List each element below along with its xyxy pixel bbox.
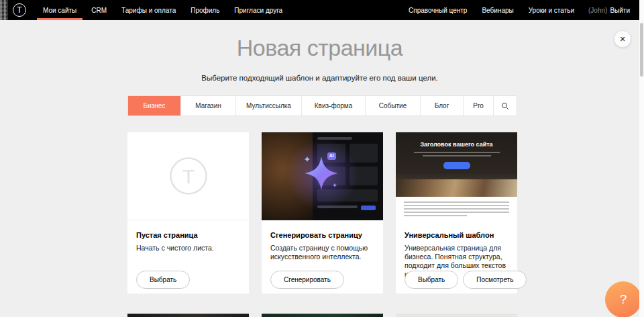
user-logout[interactable]: (John) Выйти xyxy=(582,0,637,20)
tilda-logo-letter: T xyxy=(17,5,21,15)
card-title: Пустая страница xyxy=(136,231,240,239)
ai-sparkle-icon xyxy=(303,155,339,191)
logout-link[interactable]: Выйти xyxy=(610,7,630,14)
page-subtitle: Выберите подходящий шаблон и адаптируйте… xyxy=(0,74,639,82)
main-nav: Мои сайты CRM Тарифы и оплата Профиль Пр… xyxy=(36,0,290,20)
ai-template-preview[interactable]: AI xyxy=(262,132,383,220)
preview-cta-button xyxy=(443,162,470,169)
view-button[interactable]: Посмотреть xyxy=(463,271,527,289)
search-icon xyxy=(501,102,509,110)
template-card-partial[interactable] xyxy=(127,314,249,317)
tab-multilink[interactable]: Мультиссылка xyxy=(235,96,301,116)
nav-invite-friend[interactable]: Пригласи друга xyxy=(227,0,290,20)
scrollbar-thumb[interactable] xyxy=(640,23,643,77)
user-name: (John) xyxy=(588,7,607,14)
card-actions: Выбрать xyxy=(136,271,190,289)
ai-badge: AI xyxy=(327,152,336,160)
tab-event[interactable]: Событие xyxy=(365,96,420,116)
tab-business[interactable]: Бизнес xyxy=(128,96,180,116)
close-button[interactable]: ✕ xyxy=(614,30,631,48)
card-actions: Выбрать Посмотреть xyxy=(405,271,527,289)
tab-pro[interactable]: Pro xyxy=(463,96,493,116)
tab-store[interactable]: Магазин xyxy=(180,96,235,116)
nav-profile[interactable]: Профиль xyxy=(183,0,227,20)
generate-button[interactable]: Сгенерировать xyxy=(270,271,344,289)
svg-text:T: T xyxy=(182,165,194,187)
card-body: Сгенерировать страницу Создать страницу … xyxy=(262,220,383,261)
preview-text-line xyxy=(423,155,491,156)
preview-text-line xyxy=(404,215,467,216)
card-title: Универсальный шаблон xyxy=(405,231,508,239)
card-title: Сгенерировать страницу xyxy=(270,231,374,239)
card-description: Создать страницу с помощью искусственног… xyxy=(270,244,374,261)
header-texture xyxy=(0,0,7,20)
template-category-tabs: Бизнес Магазин Мультиссылка Квиз-форма С… xyxy=(127,95,517,116)
universal-template-preview[interactable]: Заголовок вашего сайта xyxy=(396,132,517,220)
tilda-watermark-icon: T xyxy=(169,156,208,195)
template-card-blank: T Пустая страница Начать с чистого листа… xyxy=(127,132,249,293)
preview-text-line xyxy=(404,201,509,203)
nav-help-center[interactable]: Справочный центр xyxy=(401,0,474,20)
nav-my-sites[interactable]: Мои сайты xyxy=(36,0,84,20)
preview-text-line xyxy=(404,205,509,206)
template-card-partial[interactable] xyxy=(396,314,517,317)
card-body: Пустая страница Начать с чистого листа. xyxy=(127,220,249,253)
preview-text-line xyxy=(404,212,509,213)
close-icon: ✕ xyxy=(619,35,625,44)
card-actions: Сгенерировать xyxy=(270,271,344,289)
page-title: Новая страница xyxy=(0,35,639,61)
preview-hero-section: Заголовок вашего сайта xyxy=(396,132,517,179)
nav-crm[interactable]: CRM xyxy=(84,0,114,20)
nav-webinars[interactable]: Вебинары xyxy=(474,0,521,20)
preview-photo xyxy=(396,179,517,197)
card-description: Начать с чистого листа. xyxy=(136,244,240,253)
top-navigation-bar: T Мои сайты CRM Тарифы и оплата Профиль … xyxy=(0,0,639,20)
template-card-universal: Заголовок вашего сайта Универсальный шаб… xyxy=(396,132,517,293)
preview-text-section xyxy=(396,197,517,220)
help-icon: ? xyxy=(620,292,627,307)
blank-template-preview[interactable]: T xyxy=(127,132,249,220)
preview-heading: Заголовок вашего сайта xyxy=(396,132,517,148)
preview-text-line xyxy=(404,208,509,210)
card-body: Универсальный шаблон Универсальная стран… xyxy=(396,220,517,279)
tab-quiz-form[interactable]: Квиз-форма xyxy=(301,96,365,116)
template-card-partial[interactable] xyxy=(262,314,383,317)
tilda-logo[interactable]: T xyxy=(13,3,26,17)
nav-lessons[interactable]: Уроки и статьи xyxy=(521,0,582,20)
search-tab[interactable] xyxy=(493,96,517,116)
template-cards: T Пустая страница Начать с чистого листа… xyxy=(127,132,517,293)
tab-blog[interactable]: Блог xyxy=(420,96,463,116)
preview-text-line xyxy=(414,152,500,153)
template-card-generate: AI Сгенерировать страницу Создать страни… xyxy=(262,132,383,293)
secondary-nav: Справочный центр Вебинары Уроки и статьи… xyxy=(401,0,639,20)
scrollbar[interactable] xyxy=(639,0,644,317)
choose-button[interactable]: Выбрать xyxy=(405,271,458,289)
choose-button[interactable]: Выбрать xyxy=(136,271,190,289)
nav-pricing[interactable]: Тарифы и оплата xyxy=(114,0,183,20)
template-cards-next-row xyxy=(127,314,517,317)
help-button[interactable]: ? xyxy=(605,281,641,317)
